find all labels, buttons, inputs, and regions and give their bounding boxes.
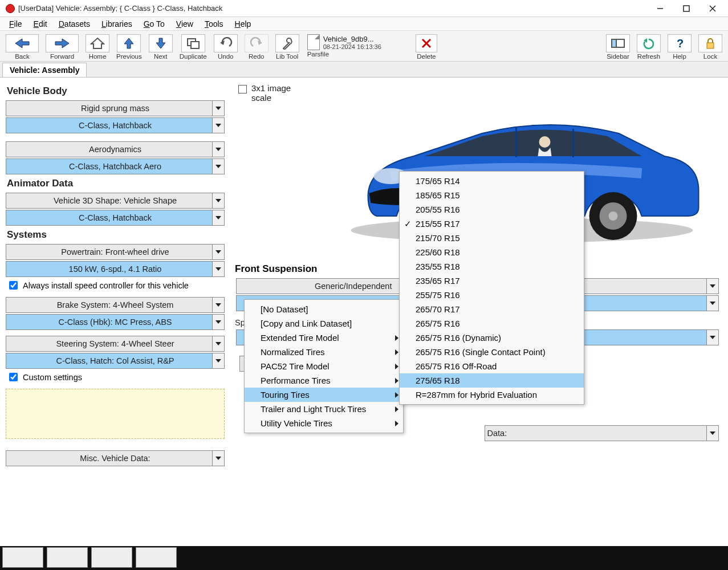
dropdown-icon[interactable] bbox=[212, 117, 225, 133]
menu-item[interactable]: Performance Tires bbox=[245, 373, 403, 388]
menu-item[interactable]: 265/75 R16 (Dynamic) bbox=[400, 331, 584, 345]
dropdown-icon[interactable] bbox=[212, 141, 225, 157]
parsfile-area[interactable]: Vehicle_9db9... 08-21-2024 16:13:36 Pars… bbox=[304, 33, 385, 60]
menu-datasets[interactable]: Datasets bbox=[53, 18, 96, 30]
taskbar-thumbnails bbox=[0, 546, 728, 570]
menu-item[interactable]: 265/75 R16 Off-Road bbox=[400, 359, 584, 373]
menu-item[interactable]: Touring Tires bbox=[245, 388, 403, 402]
tab-vehicle-assembly[interactable]: Vehicle: Assembly bbox=[2, 63, 87, 77]
dropdown-icon[interactable] bbox=[212, 450, 225, 466]
dropdown-icon[interactable] bbox=[706, 425, 719, 441]
window-title: [UserData] Vehicle: Assembly; { C-Class … bbox=[18, 4, 647, 13]
menu-view[interactable]: View bbox=[170, 18, 199, 30]
menu-goto[interactable]: Go To bbox=[138, 18, 170, 30]
thumbnail[interactable] bbox=[47, 547, 88, 568]
lock-button[interactable]: Lock bbox=[696, 33, 725, 60]
menu-edit[interactable]: Edit bbox=[28, 18, 53, 30]
menu-item[interactable]: Trailer and Light Truck Tires bbox=[245, 402, 403, 416]
thumbnail[interactable] bbox=[91, 547, 132, 568]
menu-item[interactable]: [Copy and Link Dataset] bbox=[245, 316, 403, 331]
home-button[interactable]: Home bbox=[83, 33, 112, 60]
menu-item[interactable]: 265/75 R16 bbox=[400, 316, 584, 331]
duplicate-button[interactable]: Duplicate bbox=[177, 33, 209, 60]
tire-size-submenu[interactable]: 175/65 R14185/65 R15205/55 R16215/55 R17… bbox=[399, 171, 584, 405]
menu-item[interactable]: [No Dataset] bbox=[245, 302, 403, 316]
menu-file[interactable]: File bbox=[3, 18, 28, 30]
next-button[interactable]: Next bbox=[147, 33, 175, 60]
delete-button[interactable]: Delete bbox=[412, 33, 441, 60]
tire-category-menu[interactable]: [No Dataset][Copy and Link Dataset]Exten… bbox=[244, 299, 404, 433]
dropdown-icon[interactable] bbox=[212, 158, 225, 174]
menu-item[interactable]: 175/65 R14 bbox=[400, 174, 584, 188]
close-button[interactable] bbox=[699, 0, 726, 17]
dropdown-icon[interactable] bbox=[212, 353, 225, 369]
menu-item[interactable]: Normalized Tires bbox=[245, 345, 403, 359]
image-scale-checkbox[interactable]: 3x1 image scale bbox=[238, 83, 297, 103]
dropdown-icon[interactable] bbox=[212, 193, 225, 209]
dropdown-icon[interactable] bbox=[212, 314, 225, 330]
brake-type-combo[interactable]: Brake System: 4-Wheel System bbox=[6, 297, 225, 313]
menu-item[interactable]: 265/70 R17 bbox=[400, 302, 584, 316]
body-type-combo[interactable]: Rigid sprung mass bbox=[6, 100, 225, 116]
aero-dataset-combo[interactable]: C-Class, Hatchback Aero bbox=[6, 158, 225, 174]
anim-type-combo[interactable]: Vehicle 3D Shape: Vehicle Shape bbox=[6, 193, 225, 209]
menu-item[interactable]: 265/75 R16 (Single Contact Point) bbox=[400, 345, 584, 359]
menu-item[interactable]: 215/55 R17✓ bbox=[400, 217, 584, 231]
dropdown-icon[interactable] bbox=[212, 100, 225, 116]
dropdown-icon[interactable] bbox=[212, 261, 225, 277]
menu-item[interactable]: 205/55 R16 bbox=[400, 202, 584, 217]
sidebar-button[interactable]: Sidebar bbox=[604, 33, 632, 60]
dropdown-icon[interactable] bbox=[212, 210, 225, 226]
body-dataset-combo[interactable]: C-Class, Hatchback bbox=[6, 117, 225, 133]
steer-dataset-combo[interactable]: C-Class, Hatch: Col Assist, R&P bbox=[6, 353, 225, 369]
menu-item[interactable]: PAC52 Tire Model bbox=[245, 359, 403, 373]
checkbox-icon[interactable] bbox=[238, 85, 247, 93]
thumbnail[interactable] bbox=[136, 547, 177, 568]
svg-marker-6 bbox=[91, 38, 104, 48]
rear-misc-combo[interactable]: Data: bbox=[485, 425, 719, 441]
undo-button[interactable]: Undo bbox=[212, 33, 240, 60]
tabstrip: Vehicle: Assembly bbox=[0, 62, 728, 78]
menubar: File Edit Datasets Libraries Go To View … bbox=[0, 17, 728, 31]
powertrain-type-combo[interactable]: Powertrain: Front-wheel drive bbox=[6, 244, 225, 260]
minimize-button[interactable] bbox=[647, 0, 673, 17]
menu-item[interactable]: 225/60 R18 bbox=[400, 245, 584, 259]
menu-item[interactable]: 235/65 R17 bbox=[400, 274, 584, 288]
x-icon bbox=[421, 38, 432, 49]
menu-item[interactable]: Utility Vehicle Tires bbox=[245, 416, 403, 430]
dropdown-icon[interactable] bbox=[212, 336, 225, 352]
misc-vehicle-combo[interactable]: Misc. Vehicle Data: bbox=[6, 450, 225, 466]
steer-type-combo[interactable]: Steering System: 4-Wheel Steer bbox=[6, 336, 225, 352]
menu-item[interactable]: R=287mm for Hybrid Evaluation bbox=[400, 388, 584, 402]
menu-tools[interactable]: Tools bbox=[199, 18, 229, 30]
help-button[interactable]: ? Help bbox=[665, 33, 694, 60]
dropdown-icon[interactable] bbox=[706, 295, 719, 311]
menu-item[interactable]: Extended Tire Model bbox=[245, 331, 403, 345]
libtool-button[interactable]: Lib Tool bbox=[273, 33, 302, 60]
menu-libraries[interactable]: Libraries bbox=[96, 18, 138, 30]
menu-item[interactable]: 185/65 R15 bbox=[400, 188, 584, 202]
menu-item[interactable]: 235/55 R18 bbox=[400, 259, 584, 274]
maximize-button[interactable] bbox=[673, 0, 699, 17]
speed-controller-checkbox[interactable]: Always install speed controller for this… bbox=[7, 279, 225, 291]
forward-button[interactable]: Forward bbox=[43, 33, 81, 60]
menu-item[interactable]: 255/75 R16 bbox=[400, 288, 584, 302]
menu-item[interactable]: 215/70 R15 bbox=[400, 231, 584, 245]
dropdown-icon[interactable] bbox=[706, 278, 719, 294]
previous-button[interactable]: Previous bbox=[114, 33, 144, 60]
custom-settings-textarea[interactable] bbox=[6, 389, 225, 439]
aero-type-combo[interactable]: Aerodynamics bbox=[6, 141, 225, 157]
powertrain-dataset-combo[interactable]: 150 kW, 6-spd., 4.1 Ratio bbox=[6, 261, 225, 277]
dropdown-icon[interactable] bbox=[212, 244, 225, 260]
anim-dataset-combo[interactable]: C-Class, Hatchback bbox=[6, 210, 225, 226]
brake-dataset-combo[interactable]: C-Class (Hbk): MC Press, ABS bbox=[6, 314, 225, 330]
custom-settings-checkbox[interactable]: Custom settings bbox=[7, 371, 225, 383]
dropdown-icon[interactable] bbox=[706, 329, 719, 345]
back-button[interactable]: Back bbox=[3, 33, 41, 60]
dropdown-icon[interactable] bbox=[212, 297, 225, 313]
refresh-button[interactable]: Refresh bbox=[635, 33, 663, 60]
thumbnail[interactable] bbox=[2, 547, 43, 568]
svg-marker-5 bbox=[55, 39, 69, 48]
menu-item[interactable]: 275/65 R18 bbox=[400, 373, 584, 388]
menu-help[interactable]: Help bbox=[229, 18, 257, 30]
